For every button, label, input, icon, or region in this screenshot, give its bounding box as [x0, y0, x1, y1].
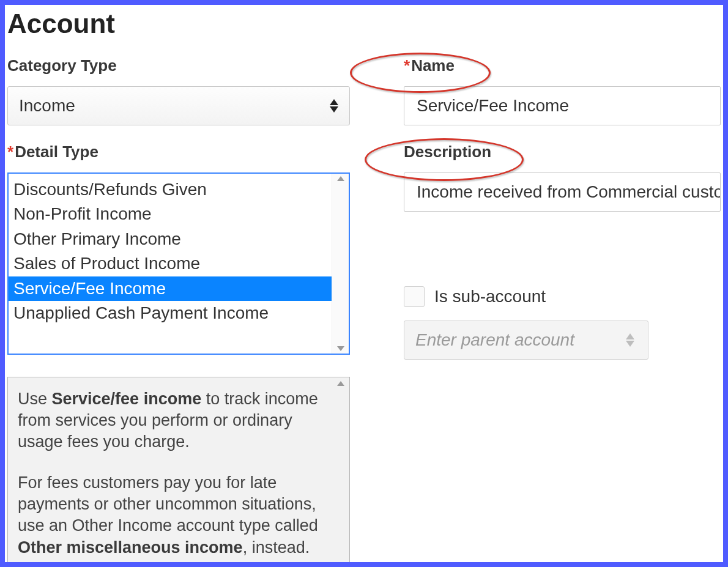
name-input[interactable]: Service/Fee Income — [404, 86, 721, 125]
required-star-icon: * — [404, 56, 410, 75]
parent-account-select[interactable]: Enter parent account — [404, 321, 648, 360]
is-sub-account-checkbox[interactable] — [404, 286, 425, 307]
list-item[interactable]: Discounts/Refunds Given — [9, 177, 332, 202]
description-input[interactable]: Income received from Commercial custo — [404, 172, 721, 212]
scroll-up-icon — [337, 176, 344, 181]
list-item[interactable]: Other Primary Income — [9, 227, 332, 251]
list-item[interactable]: Unapplied Cash Payment Income — [9, 301, 332, 325]
category-type-label: Category Type — [7, 56, 350, 75]
required-star-icon: * — [7, 143, 13, 161]
list-item[interactable]: Sales of Product Income — [9, 251, 332, 276]
scrollbar[interactable] — [335, 381, 347, 562]
sort-icon — [626, 333, 634, 347]
page-title: Account — [7, 9, 723, 39]
sort-icon — [330, 99, 338, 113]
scroll-down-icon — [337, 346, 344, 351]
detail-type-help: Use Service/fee income to track income f… — [7, 377, 350, 566]
detail-type-listbox[interactable]: Discounts/Refunds GivenNon-Profit Income… — [7, 172, 350, 355]
description-label: Description — [404, 143, 721, 161]
is-sub-account-label: Is sub-account — [434, 287, 546, 306]
scrollbar[interactable] — [332, 174, 349, 354]
detail-type-label: *Detail Type — [7, 143, 350, 161]
account-dialog: Account Category Type Income *Detail Typ… — [0, 0, 728, 567]
category-type-select[interactable]: Income — [7, 86, 350, 125]
scroll-up-icon — [337, 381, 344, 386]
name-label: *Name — [404, 56, 721, 75]
list-item[interactable]: Non-Profit Income — [9, 202, 332, 226]
category-type-value: Income — [19, 96, 75, 116]
list-item[interactable]: Service/Fee Income — [9, 276, 332, 301]
parent-account-placeholder: Enter parent account — [415, 330, 574, 350]
